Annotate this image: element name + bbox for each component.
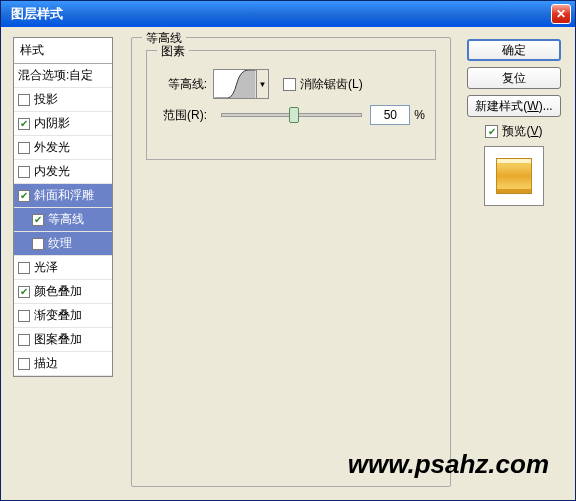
sidebar-header[interactable]: 样式 (14, 38, 112, 64)
style-checkbox[interactable] (32, 214, 44, 226)
dialog-window: 图层样式 ✕ 样式 混合选项:自定 投影内阴影外发光内发光斜面和浮雕等高线纹理光… (0, 0, 576, 501)
title-bar: 图层样式 ✕ (1, 1, 575, 27)
inner-title: 图素 (157, 43, 189, 60)
range-input[interactable] (370, 105, 410, 125)
contour-panel: 等高线 图素 等高线: ▼ 消除锯齿(L) 范围(R): (131, 37, 451, 487)
ok-button[interactable]: 确定 (467, 39, 561, 61)
style-label: 描边 (34, 355, 58, 372)
style-checkbox[interactable] (32, 238, 44, 250)
range-label: 范围(R): (157, 107, 207, 124)
cancel-button[interactable]: 复位 (467, 67, 561, 89)
blend-label: 混合选项:自定 (18, 67, 93, 84)
style-label: 图案叠加 (34, 331, 82, 348)
style-label: 投影 (34, 91, 58, 108)
range-unit: % (414, 108, 425, 122)
style-item-2[interactable]: 外发光 (14, 136, 112, 160)
contour-dropdown[interactable]: ▼ (257, 69, 269, 99)
blend-options-row[interactable]: 混合选项:自定 (14, 64, 112, 88)
style-label: 斜面和浮雕 (34, 187, 94, 204)
antialias-checkbox[interactable] (283, 78, 296, 91)
style-item-8[interactable]: 颜色叠加 (14, 280, 112, 304)
style-label: 颜色叠加 (34, 283, 82, 300)
preview-row: 预览(V) (467, 123, 561, 140)
preview-swatch (496, 158, 532, 194)
style-label: 光泽 (34, 259, 58, 276)
style-item-5[interactable]: 等高线 (14, 208, 112, 232)
preview-label: 预览(V) (502, 123, 542, 140)
style-item-0[interactable]: 投影 (14, 88, 112, 112)
preview-thumbnail (484, 146, 544, 206)
style-checkbox[interactable] (18, 118, 30, 130)
style-item-4[interactable]: 斜面和浮雕 (14, 184, 112, 208)
style-label: 等高线 (48, 211, 84, 228)
style-item-10[interactable]: 图案叠加 (14, 328, 112, 352)
style-checkbox[interactable] (18, 166, 30, 178)
slider-thumb[interactable] (289, 107, 299, 123)
style-item-9[interactable]: 渐变叠加 (14, 304, 112, 328)
right-buttons: 确定 复位 新建样式(W)... 预览(V) (467, 39, 561, 210)
contour-label: 等高线: (157, 76, 207, 93)
style-item-3[interactable]: 内发光 (14, 160, 112, 184)
style-label: 外发光 (34, 139, 70, 156)
range-slider[interactable] (221, 113, 362, 117)
style-checkbox[interactable] (18, 286, 30, 298)
style-item-11[interactable]: 描边 (14, 352, 112, 376)
style-checkbox[interactable] (18, 358, 30, 370)
watermark: www.psahz.com (348, 449, 549, 480)
style-label: 内发光 (34, 163, 70, 180)
window-title: 图层样式 (5, 5, 63, 23)
style-checkbox[interactable] (18, 334, 30, 346)
style-item-1[interactable]: 内阴影 (14, 112, 112, 136)
style-label: 纹理 (48, 235, 72, 252)
style-checkbox[interactable] (18, 94, 30, 106)
style-checkbox[interactable] (18, 262, 30, 274)
dialog-body: 样式 混合选项:自定 投影内阴影外发光内发光斜面和浮雕等高线纹理光泽颜色叠加渐变… (1, 27, 575, 500)
style-checkbox[interactable] (18, 142, 30, 154)
contour-picker[interactable] (213, 69, 257, 99)
style-item-6[interactable]: 纹理 (14, 232, 112, 256)
style-checkbox[interactable] (18, 310, 30, 322)
styles-sidebar: 样式 混合选项:自定 投影内阴影外发光内发光斜面和浮雕等高线纹理光泽颜色叠加渐变… (13, 37, 113, 377)
preview-checkbox[interactable] (485, 125, 498, 138)
close-button[interactable]: ✕ (551, 4, 571, 24)
style-label: 内阴影 (34, 115, 70, 132)
new-style-button[interactable]: 新建样式(W)... (467, 95, 561, 117)
style-checkbox[interactable] (18, 190, 30, 202)
antialias-label: 消除锯齿(L) (300, 76, 363, 93)
style-item-7[interactable]: 光泽 (14, 256, 112, 280)
elements-group: 图素 等高线: ▼ 消除锯齿(L) 范围(R): % (146, 50, 436, 160)
style-label: 渐变叠加 (34, 307, 82, 324)
